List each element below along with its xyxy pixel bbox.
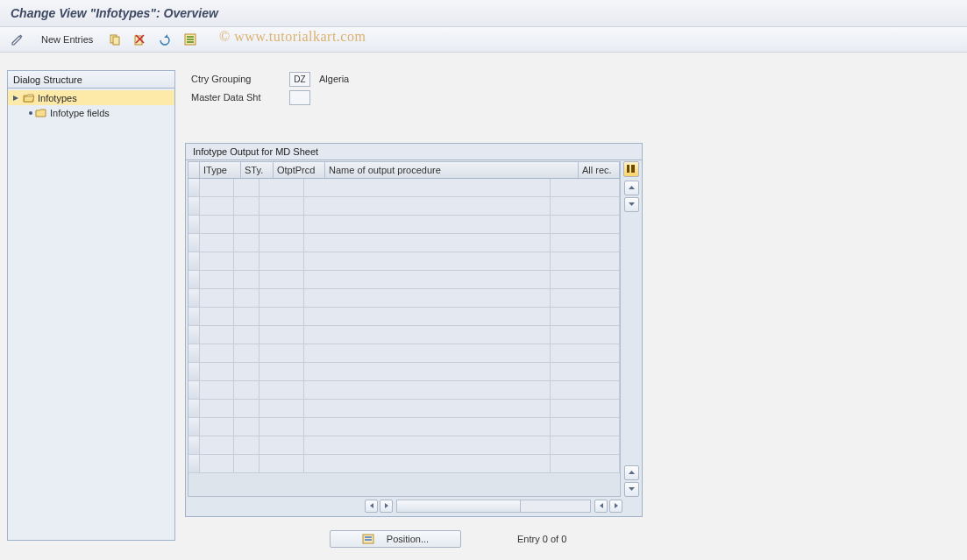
cell-itype[interactable] <box>200 179 234 196</box>
row-selector[interactable] <box>188 344 200 362</box>
cell-sty[interactable] <box>234 381 260 399</box>
col-header-sty[interactable]: STy. <box>241 162 274 178</box>
table-row[interactable] <box>188 436 620 455</box>
scroll-down-bottom-button[interactable] <box>624 482 639 497</box>
table-row[interactable] <box>188 216 620 234</box>
cell-sty[interactable] <box>234 400 260 417</box>
col-header-otptprcd[interactable]: OtptPrcd <box>274 162 325 178</box>
cell-sty[interactable] <box>234 418 260 436</box>
cell-otptprcd[interactable] <box>260 216 304 233</box>
cell-name-output-proc[interactable] <box>304 363 551 380</box>
table-row[interactable] <box>188 179 620 197</box>
cell-name-output-proc[interactable] <box>304 381 551 399</box>
scroll-up-bottom-button[interactable] <box>624 465 639 480</box>
cell-name-output-proc[interactable] <box>304 216 551 233</box>
table-row[interactable] <box>188 326 620 344</box>
table-row[interactable] <box>188 234 620 252</box>
cell-all-rec[interactable] <box>551 289 620 307</box>
cell-all-rec[interactable] <box>551 179 620 196</box>
cell-sty[interactable] <box>234 289 260 307</box>
cell-name-output-proc[interactable] <box>304 271 551 288</box>
table-row[interactable] <box>188 271 620 289</box>
cell-all-rec[interactable] <box>551 381 620 399</box>
cell-sty[interactable] <box>234 234 260 252</box>
scroll-right-end-button[interactable] <box>609 500 622 513</box>
select-all-button[interactable] <box>180 31 201 48</box>
cell-itype[interactable] <box>200 400 234 417</box>
cell-name-output-proc[interactable] <box>304 436 551 454</box>
row-selector[interactable] <box>188 418 200 436</box>
row-selector[interactable] <box>188 363 200 380</box>
row-selector[interactable] <box>188 234 200 252</box>
scroll-down-button[interactable] <box>624 197 639 212</box>
cell-itype[interactable] <box>200 252 234 270</box>
delete-button[interactable] <box>129 31 150 48</box>
cell-all-rec[interactable] <box>551 400 620 417</box>
cell-name-output-proc[interactable] <box>304 455 551 472</box>
row-selector[interactable] <box>188 271 200 288</box>
cell-name-output-proc[interactable] <box>304 308 551 325</box>
table-row[interactable] <box>188 344 620 363</box>
row-selector[interactable] <box>188 455 200 472</box>
cell-sty[interactable] <box>234 271 260 288</box>
cell-itype[interactable] <box>200 216 234 233</box>
table-row[interactable] <box>188 455 620 473</box>
cell-otptprcd[interactable] <box>260 252 304 270</box>
table-row[interactable] <box>188 363 620 381</box>
cell-name-output-proc[interactable] <box>304 418 551 436</box>
cell-name-output-proc[interactable] <box>304 197 551 215</box>
tree-node-infotypes[interactable]: Infotypes <box>8 90 174 105</box>
table-row[interactable] <box>188 252 620 271</box>
row-selector[interactable] <box>188 252 200 270</box>
cell-otptprcd[interactable] <box>260 271 304 288</box>
cell-otptprcd[interactable] <box>260 400 304 417</box>
table-row[interactable] <box>188 400 620 418</box>
cell-sty[interactable] <box>234 363 260 380</box>
table-row[interactable] <box>188 418 620 436</box>
cell-name-output-proc[interactable] <box>304 234 551 252</box>
cell-itype[interactable] <box>200 455 234 472</box>
position-button[interactable]: Position... <box>330 530 461 548</box>
cell-otptprcd[interactable] <box>260 418 304 436</box>
cell-itype[interactable] <box>200 271 234 288</box>
cell-itype[interactable] <box>200 418 234 436</box>
cell-otptprcd[interactable] <box>260 326 304 344</box>
row-selector[interactable] <box>188 216 200 233</box>
cell-otptprcd[interactable] <box>260 197 304 215</box>
cell-name-output-proc[interactable] <box>304 252 551 270</box>
cell-name-output-proc[interactable] <box>304 326 551 344</box>
cell-all-rec[interactable] <box>551 455 620 472</box>
scroll-left-button[interactable] <box>365 500 378 513</box>
cell-itype[interactable] <box>200 289 234 307</box>
cell-otptprcd[interactable] <box>260 344 304 362</box>
horizontal-scroll-track[interactable] <box>396 500 591 513</box>
cell-itype[interactable] <box>200 344 234 362</box>
row-selector-header[interactable] <box>188 162 200 178</box>
cell-all-rec[interactable] <box>551 252 620 270</box>
cell-sty[interactable] <box>234 344 260 362</box>
copy-as-button[interactable] <box>104 31 125 48</box>
scroll-left-end-button[interactable] <box>594 500 608 513</box>
table-row[interactable] <box>188 381 620 400</box>
cell-otptprcd[interactable] <box>260 234 304 252</box>
row-selector[interactable] <box>188 326 200 344</box>
cell-sty[interactable] <box>234 252 260 270</box>
table-control[interactable]: IType STy. OtptPrcd Name of output proce… <box>188 161 621 497</box>
col-header-itype[interactable]: IType <box>200 162 241 178</box>
row-selector[interactable] <box>188 179 200 196</box>
cell-itype[interactable] <box>200 436 234 454</box>
cell-name-output-proc[interactable] <box>304 179 551 196</box>
cell-all-rec[interactable] <box>551 197 620 215</box>
cell-all-rec[interactable] <box>551 363 620 380</box>
cell-all-rec[interactable] <box>551 216 620 233</box>
cell-name-output-proc[interactable] <box>304 289 551 307</box>
new-entries-button[interactable]: New Entries <box>33 31 101 48</box>
cell-sty[interactable] <box>234 179 260 196</box>
cell-otptprcd[interactable] <box>260 308 304 325</box>
master-data-sht-field[interactable] <box>289 90 310 105</box>
cell-name-output-proc[interactable] <box>304 344 551 362</box>
col-header-name-output-proc[interactable]: Name of output procedure <box>325 162 579 178</box>
row-selector[interactable] <box>188 400 200 417</box>
undo-change-button[interactable] <box>153 31 176 48</box>
cell-all-rec[interactable] <box>551 436 620 454</box>
